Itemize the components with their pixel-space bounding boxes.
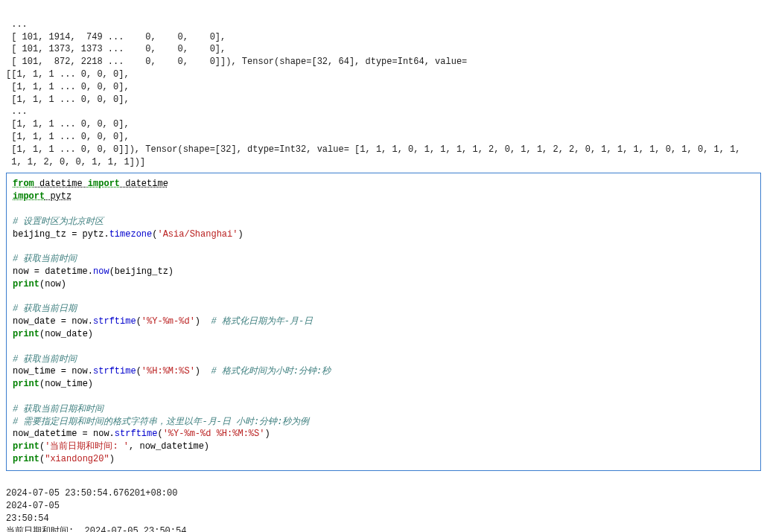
module-datetime: datetime — [34, 179, 88, 189]
out-line: ... — [6, 19, 28, 30]
fn-strftime: strftime — [93, 316, 136, 327]
out-line: 2024-07-05 — [6, 501, 60, 511]
fn-timezone: timezone — [109, 229, 153, 240]
code-text: (now_time) — [39, 379, 93, 389]
out-line: [[1, 1, 1 ... 0, 0, 0], — [6, 69, 130, 80]
out-line: [1, 1, 1 ... 0, 0, 0], — [6, 94, 130, 105]
out-line: [ 101, 872, 2218 ... 0, 0, 0]]), Tensor(… — [6, 57, 467, 67]
module-pytz: pytz — [45, 191, 71, 202]
output-bottom: 2024-07-05 23:50:54.676201+08:00 2024-07… — [6, 475, 761, 532]
code-text: , now_datetime) — [129, 441, 209, 452]
string-literal: 'Asia/Shanghai' — [157, 229, 238, 240]
code-text: now_time = now. — [13, 366, 93, 376]
comment: # 获取当前日期 — [13, 304, 77, 314]
code-text: (now_date) — [39, 329, 93, 339]
out-line: [1, 1, 1 ... 0, 0, 0], — [6, 132, 130, 142]
comment: # 设置时区为北京时区 — [13, 217, 104, 227]
code-text: now_date = now. — [13, 316, 93, 327]
out-line: ... — [6, 106, 28, 117]
string-literal: '%Y-%m-%d %H:%M:%S' — [163, 429, 265, 439]
code-cell[interactable]: from datetime import datetime import pyt… — [6, 173, 761, 470]
fn-print: print — [13, 279, 39, 289]
string-literal: '当前日期和时间: ' — [45, 441, 129, 452]
comment: # 格式化日期为年-月-日 — [211, 316, 313, 327]
out-line: [1, 1, 1 ... 0, 0, 0], — [6, 119, 130, 129]
comment: # 格式化时间为小时:分钟:秒 — [211, 366, 331, 376]
keyword-import: import — [88, 179, 120, 189]
fn-strftime: strftime — [115, 429, 158, 439]
string-literal: '%Y-%m-%d' — [141, 316, 195, 327]
fn-strftime: strftime — [93, 366, 136, 376]
code-text: (beijing_tz) — [109, 266, 174, 277]
fn-print: print — [13, 379, 39, 389]
fn-print: print — [13, 454, 39, 464]
code-text: beijing_tz = pytz. — [13, 229, 109, 240]
comment: # 需要指定日期和时间的格式字符串，这里以年-月-日 小时:分钟:秒为例 — [13, 417, 309, 427]
out-line: [ 101, 1914, 749 ... 0, 0, 0], — [6, 32, 226, 42]
output-top: ... [ 101, 1914, 749 ... 0, 0, 0], [ 101… — [6, 6, 761, 168]
out-line: 2024-07-05 23:50:54.676201+08:00 — [6, 488, 177, 499]
out-line: [1, 1, 1 ... 0, 0, 0]]), Tensor(shape=[3… — [6, 144, 741, 155]
fn-print: print — [13, 329, 39, 339]
comment: # 获取当前时间 — [13, 254, 77, 264]
code-text: now = datetime. — [13, 266, 93, 277]
out-line: [1, 1, 1 ... 0, 0, 0], — [6, 82, 130, 92]
keyword-import: import — [13, 191, 45, 202]
fn-now: now — [93, 266, 109, 277]
fn-print: print — [13, 441, 39, 452]
string-literal: '%H:%M:%S' — [141, 366, 195, 376]
out-line: 23:50:54 — [6, 513, 49, 524]
out-line: [ 101, 1373, 1373 ... 0, 0, 0], — [6, 44, 226, 54]
keyword-from: from — [13, 179, 34, 189]
comment: # 获取当前时间 — [13, 354, 77, 365]
string-literal: "xiandong20" — [45, 454, 109, 464]
out-line: 1, 1, 2, 0, 0, 1, 1, 1])] — [6, 157, 145, 167]
out-line: 当前日期和时间: 2024-07-05 23:50:54 — [6, 526, 186, 532]
name-datetime: datetime — [120, 179, 168, 189]
code-text: (now) — [39, 279, 66, 289]
comment: # 获取当前日期和时间 — [13, 404, 104, 414]
code-text: now_datetime = now. — [13, 429, 115, 439]
